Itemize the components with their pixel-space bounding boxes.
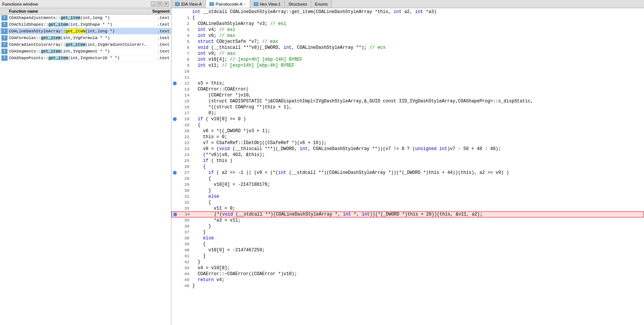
tab-hex-view[interactable]: f Hex View-1 [250, 0, 285, 8]
func-icon: f [1, 29, 7, 34]
line-code: } [192, 259, 643, 265]
line-number: 31 [178, 194, 189, 199]
line-dot [173, 236, 177, 240]
line-number: 39 [178, 242, 189, 246]
code-line: 35 *a3 = v11; [171, 217, 644, 223]
line-code: int v4; // esi [192, 27, 643, 32]
line-dot [173, 159, 177, 163]
line-code: int v6; // eax [192, 33, 643, 38]
line-dot [173, 16, 177, 20]
function-row[interactable]: f COAGradientColorArray::get_item(int,IV… [0, 41, 171, 48]
minimize-button[interactable]: _ [151, 1, 156, 7]
line-dot [173, 147, 177, 151]
line-code: { [192, 176, 643, 181]
func-icon: f [1, 49, 7, 54]
function-row[interactable]: f COAShapePoints::get_item(int,IVgVector… [0, 55, 171, 61]
line-dot [173, 22, 177, 26]
code-line: 10 [171, 68, 644, 74]
func-segment: .text [147, 56, 170, 60]
close-button[interactable]: × [164, 1, 169, 7]
line-dot [173, 171, 177, 175]
code-line: 9 int v11; // [esp+14h] [ebp-4h] BYREF [171, 63, 644, 68]
code-line: 46 } [171, 283, 644, 289]
line-dot [173, 201, 177, 204]
line-code: v6 = *((_DWORD *)v3 + 1); [192, 128, 643, 134]
line-dot [173, 52, 177, 55]
code-line: 32 { [171, 200, 644, 205]
line-number: 8 [178, 57, 189, 62]
function-row[interactable]: f COALineDashStyleArray::get_item(int,lo… [0, 28, 171, 35]
line-code: { [192, 122, 643, 128]
line-code: 0); [192, 111, 643, 116]
func-name: COAShapePoints::get_item(int,IVgVector2D… [9, 56, 147, 60]
line-code: v11 = 0; [192, 206, 643, 211]
line-dot [173, 141, 177, 145]
line-dot [173, 213, 177, 216]
line-code: struct CObjectSafe *v7; // eax [192, 39, 643, 44]
line-dot [173, 76, 177, 79]
line-dot [173, 70, 177, 73]
tab-structures[interactable]: Structures [285, 0, 311, 8]
code-line: 11 [171, 74, 644, 80]
main-container: Functions window _ □ × Function name Seg… [0, 0, 644, 325]
line-number: 42 [178, 260, 189, 264]
tab-icon: f [209, 2, 214, 6]
line-number: 5 [178, 39, 189, 44]
line-dot [173, 87, 177, 91]
line-dot [173, 58, 177, 61]
line-number: 36 [178, 224, 189, 229]
line-number: 32 [178, 200, 189, 205]
line-dot [173, 10, 177, 14]
code-view: int __stdcall COALineDashStyleArray::get… [171, 8, 644, 290]
tab-label: Pseudocode-A [215, 2, 242, 6]
code-line: 16 *((struct COAProg **)this + 1), [171, 104, 644, 110]
code-line: 23 v8 = (void (__thiscall ***)(_DWORD, i… [171, 146, 644, 152]
function-row[interactable]: f COAShapeAdjustments::get_item(int,long… [0, 15, 171, 21]
line-number: 33 [178, 206, 189, 211]
line-code: if ( this ) [192, 158, 643, 163]
func-segment: .text [147, 42, 170, 47]
line-code: *((struct COAProg **)this + 1), [192, 105, 643, 110]
line-number: 25 [178, 159, 189, 163]
line-dot [173, 129, 177, 133]
tab-label: IDA View-A [181, 2, 202, 6]
line-dot [173, 278, 177, 282]
code-line: 1 { [171, 15, 644, 21]
line-code: (struct OADISPSTATIC *)&COADispatchImpl<… [192, 99, 643, 104]
tab-pseudocode[interactable]: f Pseudocode-A × [206, 0, 250, 8]
line-number: 1 [178, 16, 189, 20]
panel-titlebar: Functions window _ □ × [0, 0, 171, 8]
line-dot [173, 284, 177, 288]
func-segment: .text [147, 29, 170, 34]
line-number: 41 [178, 254, 189, 258]
line-dot [173, 123, 177, 127]
function-row[interactable]: f COASegments::get_item(int,IVgSegment *… [0, 48, 171, 55]
function-row[interactable]: f COAChildShapes::get_item(int,IVgShape … [0, 21, 171, 28]
tab-enums[interactable]: Enums [311, 0, 332, 8]
panel-controls: _ □ × [151, 1, 169, 7]
line-code: void (__thiscall ***v8)(_DWORD, int, COA… [192, 45, 643, 50]
code-content[interactable]: int __stdcall COALineDashStyleArray::get… [171, 8, 644, 325]
code-line: 13 COAError::COAError( [171, 86, 644, 92]
tab-ida-view[interactable]: f IDA View-A [171, 0, 206, 8]
functions-panel: Functions window _ □ × Function name Seg… [0, 0, 171, 325]
line-dot [173, 230, 177, 234]
maximize-button[interactable]: □ [157, 1, 162, 7]
line-number: 19 [178, 123, 189, 127]
line-number: 11 [178, 75, 189, 80]
tab-label: Structures [288, 2, 307, 6]
code-line: 3 int v4; // esi [171, 27, 644, 33]
line-dot [173, 272, 177, 276]
function-row[interactable]: f COAFormulas::get_item(int,IVgFormula *… [0, 35, 171, 41]
line-number: 24 [178, 153, 189, 157]
line-number: 37 [178, 230, 189, 235]
line-number: 14 [178, 93, 189, 98]
line-code: COALineDashStyleArray *v3; // esi [192, 21, 643, 26]
func-segment: .text [147, 49, 170, 54]
code-line: 14 (COAError *)v10, [171, 92, 644, 98]
func-name: COAShapeAdjustments::get_item(int,long *… [9, 16, 147, 20]
line-code: (**v8)(v8, 463, &this); [192, 152, 643, 157]
tab-close-icon[interactable]: × [244, 2, 246, 6]
line-dot [173, 189, 177, 192]
line-number: 22 [178, 141, 189, 145]
